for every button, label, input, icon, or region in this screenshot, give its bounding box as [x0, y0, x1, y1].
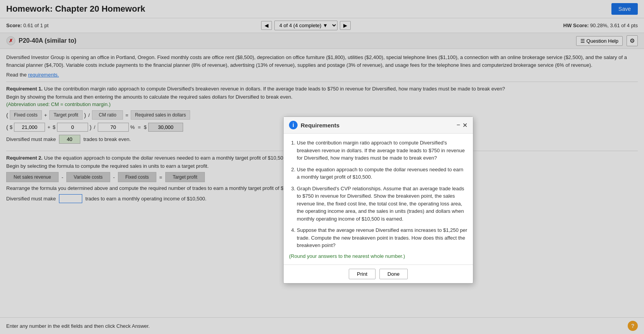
modal-title-area: i Requirements — [289, 121, 339, 129]
modal-req-item-1: Use the contribution margin ratio approa… — [297, 139, 467, 162]
modal-controls: − ✕ — [457, 122, 467, 129]
modal-close-button[interactable]: ✕ — [462, 122, 467, 129]
modal-body: Use the contribution margin ratio approa… — [284, 134, 473, 215]
requirements-modal: i Requirements − ✕ Use the contribution … — [283, 117, 473, 215]
modal-info-icon: i — [289, 121, 298, 129]
modal-req-item-2: Use the equation approach to compute the… — [297, 166, 467, 181]
modal-req-item-3: Graph Diversified's CVP relationships. A… — [297, 185, 467, 215]
modal-header: i Requirements − ✕ — [284, 117, 473, 134]
modal-requirements-list: Use the contribution margin ratio approa… — [289, 139, 467, 215]
modal-minimize-button[interactable]: − — [457, 122, 460, 129]
modal-title: Requirements — [301, 122, 339, 129]
